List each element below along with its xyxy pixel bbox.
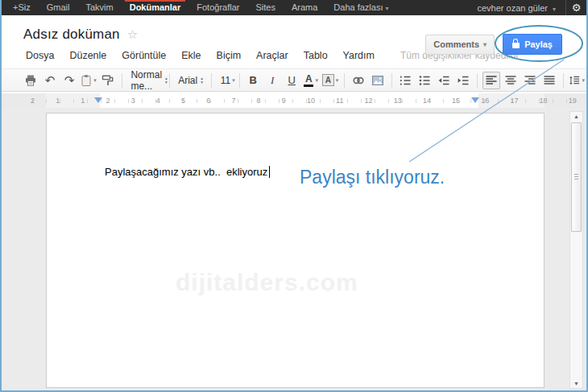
left-indent-marker[interactable] [94, 97, 102, 103]
updown-icon: ▴▾ [165, 76, 168, 84]
redo-icon: ↷ [64, 74, 75, 86]
bold-button[interactable]: B [244, 72, 262, 89]
gear-icon[interactable]: ⚙ [565, 0, 586, 15]
web-clipboard-button[interactable]: ▾ [80, 72, 97, 89]
text-color-icon: A [304, 74, 313, 87]
paragraph-style-dropdown[interactable]: Normal me... ▴▾ [126, 72, 164, 89]
nav-gmail[interactable]: Gmail [39, 0, 78, 15]
increase-indent-button[interactable] [454, 72, 472, 89]
justify-icon [543, 74, 556, 87]
decrease-indent-button[interactable] [435, 72, 453, 89]
user-name: cevher ozan güler [477, 3, 547, 13]
chevron-down-icon: ▾ [93, 77, 97, 84]
chevron-down-icon: ▾ [336, 77, 339, 84]
account-menu[interactable]: cevher ozan güler ▾ [472, 3, 561, 13]
link-icon [351, 74, 366, 87]
justify-button[interactable] [540, 72, 558, 89]
bold-icon: B [250, 74, 257, 86]
align-center-icon [504, 74, 517, 87]
nav-takvim[interactable]: Takvim [77, 0, 121, 15]
line-spacing-button[interactable]: ▾ [568, 72, 586, 89]
paint-roller-icon [101, 74, 114, 87]
insert-link-button[interactable] [350, 72, 367, 89]
scrollbar-thumb[interactable] [571, 122, 582, 232]
chevron-down-icon: ▾ [315, 77, 318, 84]
menu-dosya[interactable]: Dosya [23, 48, 56, 63]
highlight-color-button[interactable]: A ▾ [321, 72, 339, 89]
google-black-bar: +Siz Gmail Takvim Dokümanlar Fotoğraflar… [2, 0, 586, 15]
menu-araclar[interactable]: Araçlar [254, 48, 291, 63]
font-size-value: 11 [221, 75, 230, 86]
comments-label: Comments [433, 39, 479, 49]
chevron-down-icon: ▾ [483, 41, 487, 48]
chevron-down-icon: ▾ [232, 77, 235, 84]
body-text: Paylaşacağımız yazı vb.. ekliyoruz [105, 166, 267, 178]
align-center-button[interactable] [502, 72, 520, 89]
right-indent-marker[interactable] [471, 97, 479, 103]
watermark: dijitalders.com [176, 269, 358, 296]
print-button[interactable] [22, 72, 39, 89]
bulleted-list-button[interactable] [416, 72, 433, 89]
italic-button[interactable]: I [263, 72, 281, 89]
nav-daha-fazlasi[interactable]: Daha fazlası▾ [325, 0, 396, 15]
document-title[interactable]: Adsız doküman [23, 27, 120, 43]
topbar-right: cevher ozan güler ▾ ⚙ [472, 0, 586, 15]
ruler: 2112345678910111213141516171819 [2, 93, 586, 108]
paint-format-button[interactable] [99, 72, 117, 89]
scroll-down-arrow-icon[interactable]: ▼ [570, 379, 582, 388]
nav-arama[interactable]: Arama [284, 0, 325, 15]
font-family-value: Arial [178, 75, 197, 86]
align-left-button[interactable] [482, 72, 500, 89]
scrollbar-grip [574, 174, 578, 180]
chevron-down-icon: ▾ [582, 77, 585, 84]
chevron-down-icon: ▾ [553, 6, 556, 13]
document-text[interactable]: Paylaşacağımız yazı vb.. ekliyoruz [105, 166, 270, 178]
bulleted-list-icon [418, 74, 431, 87]
insert-image-button[interactable] [369, 72, 387, 89]
nav-fotograflar[interactable]: Fotoğraflar [188, 0, 247, 15]
font-family-dropdown[interactable]: Arial ▴▾ [174, 72, 206, 89]
align-left-icon [485, 74, 498, 87]
document-page[interactable]: Paylaşacağımız yazı vb.. ekliyoruz dijit… [46, 113, 545, 388]
align-right-button[interactable] [521, 72, 539, 89]
callout-text: Paylaşı tıklıyoruz. [300, 167, 445, 188]
menu-duzenle[interactable]: Düzenle [67, 48, 109, 63]
chevron-down-icon: ▾ [386, 5, 389, 12]
underline-icon: U [288, 74, 296, 86]
scroll-up-arrow-icon[interactable]: ▲ [570, 112, 582, 121]
menu-goruntule[interactable]: Görüntüle [119, 48, 168, 63]
comments-button[interactable]: Comments ▾ [425, 35, 495, 55]
underline-button[interactable]: U [283, 72, 300, 89]
highlight-icon: A [322, 74, 333, 86]
menu-bicim[interactable]: Biçim [214, 48, 244, 63]
decrease-indent-icon [437, 74, 450, 87]
font-size-dropdown[interactable]: 11 ▾ [217, 72, 234, 89]
vertical-scrollbar[interactable]: ▲ ▼ [569, 111, 583, 389]
line-spacing-icon [569, 74, 580, 87]
nav-daha-fazlasi-label: Daha fazlası [333, 2, 383, 12]
align-right-icon [524, 74, 536, 87]
numbered-list-button[interactable] [396, 72, 414, 89]
clipboard-icon [81, 74, 92, 87]
ruler-numbers: 2112345678910111213141516171819 [31, 93, 577, 108]
document-header: Adsız doküman ☆ Dosya Düzenle Görüntüle … [2, 15, 586, 68]
increase-indent-icon [457, 74, 470, 87]
numbered-list-icon [399, 74, 412, 87]
nav-dokumanlar[interactable]: Dokümanlar [122, 0, 189, 15]
lock-icon [512, 43, 520, 48]
star-icon[interactable]: ☆ [127, 27, 138, 42]
nav-sites[interactable]: Sites [247, 0, 283, 15]
menu-tablo[interactable]: Tablo [301, 48, 330, 63]
text-color-button[interactable]: A ▾ [302, 72, 320, 89]
menu-ekle[interactable]: Ekle [179, 48, 203, 63]
undo-button[interactable]: ↶ [41, 72, 59, 89]
redo-button[interactable]: ↷ [60, 72, 78, 89]
share-button[interactable]: Paylaş [503, 34, 562, 55]
nav-plus-siz[interactable]: +Siz [5, 0, 39, 15]
menu-yardim[interactable]: Yardım [341, 48, 377, 63]
title-row: Adsız doküman ☆ [23, 27, 138, 43]
undo-icon: ↶ [45, 74, 56, 86]
document-canvas: Paylaşacağımız yazı vb.. ekliyoruz dijit… [2, 108, 586, 390]
editing-toolbar: ↶ ↷ ▾ Normal me... ▴▾ Arial ▴▾ 11 ▾ B I … [2, 68, 586, 92]
share-label: Paylaş [524, 39, 553, 49]
